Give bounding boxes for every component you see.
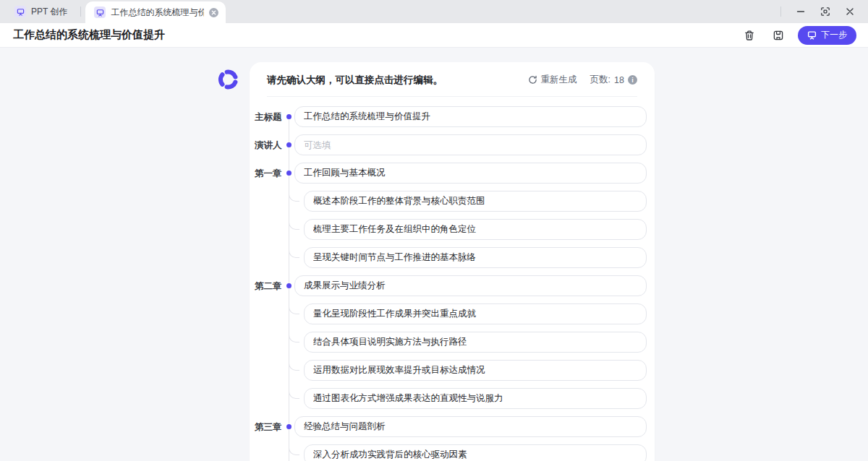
outline-tree: 主标题 演讲人 第一章 第二章 — [250, 97, 655, 461]
tab-close-icon[interactable] — [209, 8, 218, 17]
outline-card-header: 请先确认大纲，可以直接点击进行编辑。 重新生成 页数: 18 i — [250, 62, 655, 96]
outline-item-input[interactable] — [294, 416, 647, 437]
card-header-actions: 重新生成 页数: 18 i — [528, 74, 637, 86]
close-window-button[interactable] — [841, 2, 859, 21]
outline-row: 第一章 — [250, 163, 655, 191]
next-step-button[interactable]: 下一步 — [798, 26, 856, 45]
outline-row: 演讲人 — [250, 134, 655, 163]
outline-row-label: 第二章 — [255, 280, 285, 292]
tree-branch-connector — [289, 441, 299, 455]
outline-row-label: 主标题 — [255, 111, 285, 123]
tree-node-dot — [286, 424, 292, 429]
tree-node-dot — [286, 283, 292, 288]
regenerate-button[interactable]: 重新生成 — [528, 74, 577, 86]
outline-row-label: 第三章 — [255, 421, 285, 433]
outline-row — [250, 332, 655, 360]
outline-item-input[interactable] — [304, 360, 647, 381]
outline-row — [250, 219, 655, 247]
tree-node-dot — [286, 142, 292, 147]
outline-row — [250, 360, 655, 388]
document-header: 工作总结的系统梳理与价值提升 下一步 — [0, 23, 868, 48]
page-count-value: 18 — [614, 75, 624, 85]
fullscreen-button[interactable] — [816, 2, 835, 21]
regenerate-label: 重新生成 — [541, 74, 577, 86]
outline-row — [250, 303, 655, 332]
tab-ppt-create[interactable]: PPT 创作 — [0, 0, 80, 23]
tree-branch-connector — [289, 187, 299, 202]
tab-label: PPT 创作 — [31, 6, 67, 18]
main-area: 请先确认大纲，可以直接点击进行编辑。 重新生成 页数: 18 i 主标题 — [0, 48, 868, 461]
page-count: 页数: 18 i — [590, 74, 637, 86]
presentation-icon — [14, 6, 26, 17]
tree-branch-connector — [289, 356, 299, 371]
outline-item-input[interactable] — [294, 106, 647, 127]
outline-item-input[interactable] — [294, 163, 647, 184]
outline-item-input[interactable] — [304, 191, 647, 212]
page-title: 工作总结的系统梳理与价值提升 — [13, 28, 165, 42]
outline-item-input[interactable] — [304, 444, 647, 461]
minimize-button[interactable] — [791, 2, 810, 21]
outline-item-input[interactable] — [304, 219, 647, 240]
assistant-logo-icon — [216, 67, 240, 92]
next-step-label: 下一步 — [821, 29, 847, 41]
outline-row — [250, 388, 655, 416]
delete-button[interactable] — [740, 26, 759, 45]
outline-item-input[interactable] — [294, 275, 647, 296]
outline-row — [250, 444, 655, 461]
outline-row — [250, 247, 655, 275]
outline-row — [250, 191, 655, 219]
presentation-icon — [94, 7, 106, 18]
outline-item-input[interactable] — [304, 303, 647, 324]
refresh-icon — [528, 75, 537, 85]
tree-branch-connector — [289, 215, 299, 230]
presentation-icon — [807, 30, 817, 40]
tab-current-document[interactable]: 工作总结的系统梳理与价值... — [85, 1, 226, 23]
outline-item-input[interactable] — [294, 134, 647, 155]
tree-branch-connector — [289, 244, 299, 258]
outline-item-input[interactable] — [304, 247, 647, 268]
page-count-label: 页数: — [590, 74, 610, 86]
tree-node-dot — [286, 114, 292, 119]
outline-card: 请先确认大纲，可以直接点击进行编辑。 重新生成 页数: 18 i 主标题 — [250, 62, 655, 461]
outline-row-label: 演讲人 — [255, 139, 285, 151]
tree-branch-connector — [289, 300, 299, 314]
confirm-outline-hint: 请先确认大纲，可以直接点击进行编辑。 — [267, 74, 443, 87]
save-draft-button[interactable] — [769, 26, 788, 45]
info-icon[interactable]: i — [628, 75, 637, 85]
tree-node-dot — [286, 171, 292, 176]
outline-row-label: 第一章 — [255, 168, 285, 179]
outline-item-input[interactable] — [304, 388, 647, 409]
outline-row: 第二章 — [250, 275, 655, 303]
tree-branch-connector — [289, 328, 299, 342]
window-controls-separator — [780, 7, 781, 17]
tab-bar: PPT 创作 工作总结的系统梳理与价值... — [0, 0, 868, 23]
outline-rows: 主标题 演讲人 第一章 第二章 — [250, 106, 655, 461]
tab-separator — [80, 7, 81, 17]
tree-branch-connector — [289, 384, 299, 399]
header-actions: 下一步 — [740, 26, 856, 45]
window-controls — [780, 0, 868, 23]
outline-row: 主标题 — [250, 106, 655, 134]
outline-row: 第三章 — [250, 416, 655, 444]
tab-label: 工作总结的系统梳理与价值... — [111, 7, 204, 19]
outline-item-input[interactable] — [304, 332, 647, 353]
